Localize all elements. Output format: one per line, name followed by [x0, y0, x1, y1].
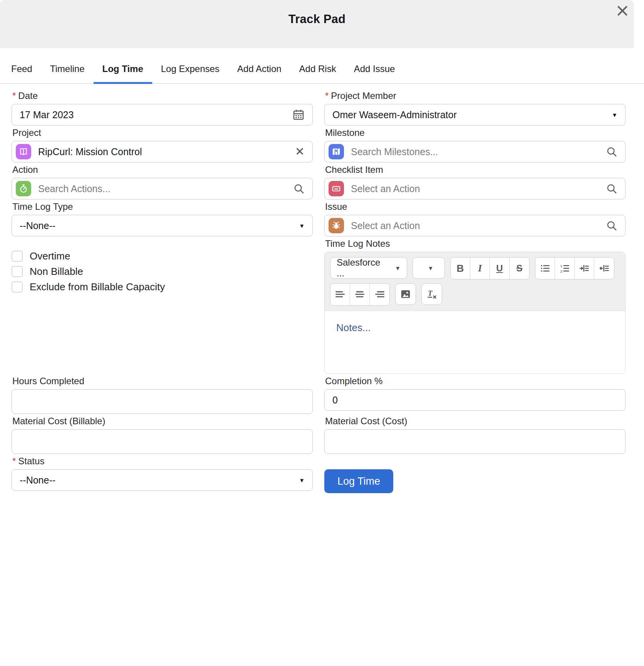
stopwatch-icon [16, 181, 31, 196]
date-input[interactable] [20, 109, 292, 120]
clear-format-icon: T [426, 288, 438, 300]
calendar-icon[interactable] [292, 109, 305, 121]
chevron-down-icon: ▼ [612, 112, 617, 118]
rte-toolbar: Salesforce ... ▼ ▼ B I U S [325, 252, 625, 311]
track-pad-modal: Track Pad Feed Timeline Log Time Log Exp… [0, 0, 644, 666]
date-label: Date [18, 90, 38, 102]
required-asterisk: * [325, 90, 329, 102]
material-cost-cost-wrap [324, 429, 626, 454]
date-field-group: * Date [12, 90, 313, 126]
clear-format-button[interactable]: T [421, 283, 442, 305]
font-size-select[interactable]: ▼ [413, 257, 445, 279]
material-cost-billable-wrap [12, 429, 313, 454]
tab-log-expenses[interactable]: Log Expenses [152, 64, 228, 84]
hours-completed-input[interactable] [20, 396, 305, 407]
milestone-field-group: Milestone [324, 127, 626, 162]
align-group [330, 283, 390, 306]
tab-add-action[interactable]: Add Action [228, 64, 290, 84]
status-label: Status [18, 455, 44, 467]
align-center-icon[interactable] [350, 284, 370, 305]
action-search-input[interactable] [38, 183, 293, 194]
numbered-list-icon[interactable]: 12 [555, 258, 575, 279]
notes-editor-area[interactable]: Notes... [325, 311, 625, 373]
underline-button[interactable]: U [490, 258, 510, 279]
svg-text:T: T [428, 289, 433, 297]
overtime-label: Overtime [30, 250, 70, 262]
image-icon [400, 288, 411, 300]
material-cost-billable-label: Material Cost (Billable) [12, 415, 105, 427]
material-cost-billable-group: Material Cost (Billable) [12, 415, 313, 454]
action-label: Action [12, 164, 38, 176]
bug-icon [329, 218, 344, 233]
strikethrough-button[interactable]: S [510, 258, 529, 279]
project-member-select[interactable]: Omer Waseem-Administrator ▼ [324, 104, 626, 126]
map-icon [329, 144, 344, 159]
status-field-group: * Status --None-- ▼ [12, 455, 313, 493]
align-right-icon[interactable] [370, 284, 389, 305]
completion-pct-input[interactable] [332, 395, 617, 406]
chevron-down-icon: ▼ [299, 223, 305, 229]
tab-add-issue[interactable]: Add Issue [345, 64, 404, 84]
checkbox-group: Overtime Non Billable Exclude from Billa… [12, 238, 313, 374]
completion-pct-group: Completion % [324, 375, 626, 414]
insert-image-button[interactable] [395, 283, 416, 305]
exclude-billable-checkbox[interactable] [12, 281, 23, 293]
milestone-search [324, 141, 626, 162]
tab-log-time[interactable]: Log Time [94, 64, 152, 84]
project-member-label: Project Member [331, 90, 396, 102]
italic-button[interactable]: I [470, 258, 490, 279]
checklist-item-search [324, 178, 626, 199]
tab-feed[interactable]: Feed [2, 64, 41, 84]
search-icon[interactable] [606, 183, 617, 194]
ticket-icon [329, 181, 344, 196]
status-select[interactable]: --None-- ▼ [12, 469, 313, 491]
time-log-type-select[interactable]: --None-- ▼ [12, 215, 313, 236]
svg-text:2: 2 [560, 269, 563, 273]
completion-pct-wrap [324, 389, 626, 411]
font-select[interactable]: Salesforce ... ▼ [330, 257, 407, 279]
indent-icon[interactable] [575, 258, 594, 279]
tab-add-risk[interactable]: Add Risk [290, 64, 345, 84]
checklist-item-field-group: Checklist Item [324, 164, 626, 199]
chevron-down-icon: ▼ [299, 477, 305, 484]
checklist-item-input[interactable] [351, 183, 606, 194]
time-log-type-value: --None-- [20, 220, 295, 231]
notes-placeholder: Notes... [336, 322, 371, 333]
time-log-type-field-group: Time Log Type --None-- ▼ [12, 201, 313, 236]
hours-completed-wrap [12, 389, 313, 414]
overtime-checkbox[interactable] [12, 251, 23, 262]
clear-icon[interactable]: ✕ [295, 146, 305, 157]
action-search [12, 178, 313, 199]
close-button[interactable] [614, 2, 631, 19]
issue-search [324, 215, 626, 236]
modal-title: Track Pad [0, 0, 634, 26]
non-billable-checkbox-row[interactable]: Non Billable [12, 266, 313, 278]
project-label: Project [12, 127, 41, 139]
overtime-checkbox-row[interactable]: Overtime [12, 250, 313, 262]
exclude-billable-checkbox-row[interactable]: Exclude from Billable Capacity [12, 281, 313, 293]
milestone-search-input[interactable] [351, 146, 606, 157]
search-icon[interactable] [293, 183, 305, 194]
required-asterisk: * [12, 455, 16, 467]
issue-input[interactable] [351, 220, 606, 231]
bold-button[interactable]: B [451, 258, 470, 279]
completion-pct-label: Completion % [325, 375, 382, 387]
tab-timeline[interactable]: Timeline [41, 64, 94, 84]
align-left-icon[interactable] [330, 284, 350, 305]
outdent-icon[interactable] [594, 258, 614, 279]
log-time-button[interactable]: Log Time [324, 469, 393, 493]
bullet-list-icon[interactable] [535, 258, 555, 279]
date-input-wrap [12, 104, 313, 126]
search-icon[interactable] [606, 146, 617, 157]
material-cost-cost-input[interactable] [332, 436, 617, 447]
search-icon[interactable] [606, 220, 617, 231]
status-value: --None-- [20, 475, 295, 486]
milestone-label: Milestone [325, 127, 365, 139]
project-field-group: Project RipCurl: Mission Control ✕ [12, 127, 313, 162]
project-lookup[interactable]: RipCurl: Mission Control ✕ [12, 141, 313, 162]
time-log-type-label: Time Log Type [12, 201, 73, 213]
non-billable-checkbox[interactable] [12, 266, 23, 277]
book-icon [16, 144, 31, 159]
submit-cell: Log Time [324, 455, 626, 493]
material-cost-billable-input[interactable] [20, 436, 305, 447]
